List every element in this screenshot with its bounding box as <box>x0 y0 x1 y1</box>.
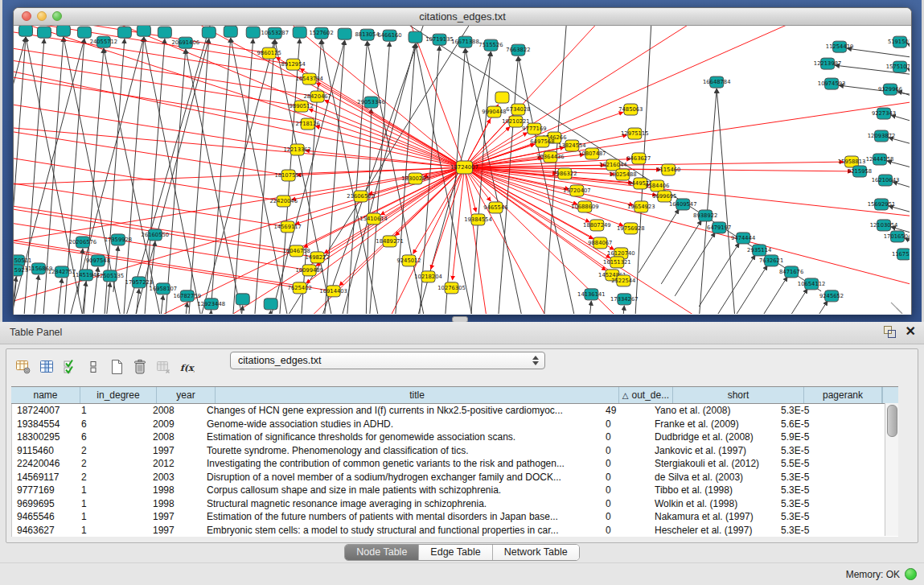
graph-node[interactable]: 12505135 <box>97 270 125 282</box>
graph-node[interactable]: 5191503 <box>888 36 910 47</box>
graph-node[interactable]: 2935114 <box>747 245 771 256</box>
graph-node[interactable]: 7485063 <box>618 104 643 115</box>
graph-edge-black[interactable] <box>251 39 275 314</box>
graph-edge-black[interactable] <box>466 51 491 314</box>
graph-edge-black[interactable] <box>661 220 701 284</box>
trash-icon[interactable] <box>129 356 150 377</box>
graph-node[interactable] <box>236 294 249 305</box>
table-row[interactable]: 2242004622012Investigating the contribut… <box>12 457 898 471</box>
table-row[interactable]: 911546021997Tourette syndrome. Phenomeno… <box>12 444 898 458</box>
graph-node[interactable] <box>202 27 216 38</box>
graph-node[interactable]: 12444158 <box>866 154 894 165</box>
graph-node[interactable]: 15692951 <box>868 199 896 210</box>
graph-edge-red[interactable] <box>464 167 910 219</box>
graph-edge-red[interactable] <box>14 51 302 106</box>
graph-edge-black[interactable] <box>586 301 591 314</box>
graph-edge-black[interactable] <box>847 48 910 60</box>
graph-node[interactable] <box>18 26 32 36</box>
graph-node[interactable]: 10653287 <box>261 27 289 39</box>
vertical-scrollbar[interactable] <box>885 403 898 536</box>
graph-edge-black[interactable] <box>321 40 345 314</box>
graph-node[interactable] <box>137 26 150 36</box>
graph-node[interactable]: 10688609 <box>571 201 599 212</box>
graph-edge-black[interactable] <box>619 306 624 314</box>
graph-node[interactable]: 8813054 <box>355 29 380 40</box>
graph-edge-black[interactable] <box>639 209 679 273</box>
tab-network-table[interactable]: Network Table <box>493 545 579 560</box>
tab-edge-table[interactable]: Edge Table <box>419 545 492 560</box>
graph-node[interactable]: 8471676 <box>779 266 803 278</box>
graph-edge-black[interactable] <box>717 89 739 314</box>
graph-node[interactable]: 13824554 <box>558 140 586 151</box>
graph-node[interactable]: 9474444 <box>731 233 755 244</box>
graph-node[interactable]: 10654112 <box>798 278 826 290</box>
graph-node[interactable]: 11254419 <box>826 41 854 52</box>
graph-node[interactable]: 9465546 <box>483 202 507 213</box>
graph-node[interactable]: 9329966 <box>878 84 902 95</box>
graph-node[interactable]: 26160550 <box>142 229 170 241</box>
table-row[interactable]: 1938455462009Genome-wide association stu… <box>12 418 898 431</box>
graph-node[interactable]: 21606502 <box>347 191 375 202</box>
graph-node[interactable]: 9990448 <box>482 106 506 117</box>
graph-node[interactable]: 12975115 <box>621 128 649 139</box>
graph-edge-red[interactable] <box>316 167 465 266</box>
graph-edge-black[interactable] <box>113 246 118 292</box>
graph-node[interactable]: 20206576 <box>69 237 97 248</box>
graph-node[interactable]: 12093872 <box>868 130 896 142</box>
graph-node[interactable]: 9245652 <box>819 290 844 302</box>
graph-node[interactable]: 16648784 <box>703 76 731 88</box>
scrollbar-thumb[interactable] <box>887 405 897 437</box>
graph-node[interactable]: 1167534 <box>892 249 910 260</box>
graph-node[interactable]: 10974593 <box>818 78 846 89</box>
graph-node[interactable]: 20691406 <box>172 37 200 48</box>
resize-grip-icon[interactable] <box>897 308 902 314</box>
graph-edge-black[interactable] <box>747 277 787 314</box>
graph-node[interactable]: 10719135 <box>425 34 454 45</box>
table-row[interactable]: 1872400712008Changes of HCN gene express… <box>12 404 898 418</box>
graph-node[interactable] <box>264 299 277 310</box>
column-header-year[interactable]: year <box>157 387 216 403</box>
graph-edge-red[interactable] <box>464 167 910 291</box>
table-selector-combo[interactable]: citations_edges.txt <box>230 352 545 369</box>
graph-edge-black[interactable] <box>266 311 271 314</box>
graph-node[interactable]: 28420467 <box>303 91 331 102</box>
graph-node[interactable]: 9463627 <box>626 153 651 164</box>
graph-node[interactable]: 7663822 <box>506 44 530 56</box>
graph-node[interactable]: 6466160 <box>377 30 401 41</box>
table-row[interactable]: 969969511998Structural magnetic resonanc… <box>12 497 898 511</box>
graph-node[interactable]: 7625402 <box>288 282 312 294</box>
column-header-pagerank[interactable]: pagerank <box>804 387 882 403</box>
graph-edge-red[interactable] <box>14 216 310 270</box>
table-row[interactable]: 977716911998Corpus callosum shape and si… <box>12 484 898 497</box>
graph-node[interactable]: 22420046 <box>269 196 298 207</box>
graph-node[interactable] <box>37 27 51 38</box>
graph-node[interactable]: 14136141 <box>577 289 606 300</box>
graph-node[interactable]: 9890512 <box>290 101 314 112</box>
graph-edge-black[interactable] <box>715 255 755 314</box>
graph-node[interactable]: 9227343 <box>872 108 896 119</box>
graph-node[interactable]: 17359928 <box>105 234 133 245</box>
graph-node[interactable]: 16671388 <box>451 36 479 47</box>
table-row[interactable]: 946362711997Embryonic stem cells: a mode… <box>12 524 898 538</box>
graph-edge-red[interactable] <box>464 167 495 314</box>
graph-edge-black[interactable] <box>767 289 807 314</box>
graph-edge-red[interactable] <box>306 167 465 283</box>
table-column-icon[interactable] <box>36 356 57 377</box>
graph-node[interactable]: 24055712 <box>90 36 118 47</box>
new-file-icon[interactable] <box>106 356 127 377</box>
graph-node[interactable] <box>495 92 509 103</box>
graph-node[interactable] <box>77 27 91 38</box>
column-header-title[interactable]: title <box>216 387 619 403</box>
graph-edge-red[interactable] <box>14 233 300 288</box>
graph-node[interactable]: 17334267 <box>610 294 639 305</box>
graph-edge-red[interactable] <box>255 167 465 314</box>
graph-node[interactable]: 17016504 <box>884 231 910 242</box>
graph-node[interactable]: 15751074 <box>886 61 910 72</box>
tab-node-table[interactable]: Node Table <box>345 545 419 560</box>
graph-node[interactable]: 6734028 <box>506 104 530 115</box>
graph-node[interactable]: 9115460 <box>656 164 680 175</box>
column-header-name[interactable]: name <box>11 387 80 403</box>
graph-node[interactable] <box>56 26 70 36</box>
column-header-in_degree[interactable]: in_degree <box>80 387 157 403</box>
graph-node[interactable]: 9097548 <box>86 255 110 266</box>
